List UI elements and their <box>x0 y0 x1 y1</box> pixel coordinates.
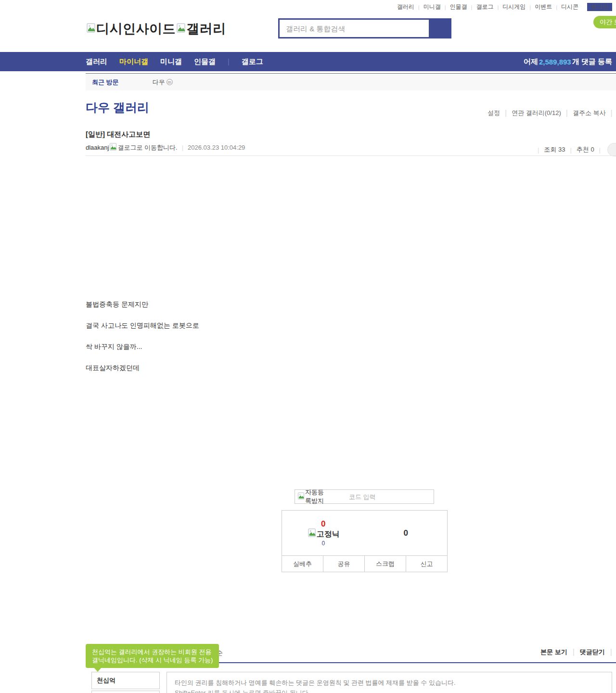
gallery-settings-link[interactable]: 설정 <box>483 109 505 117</box>
comments-header-links: 본문 보기 | 댓글닫기 | <box>535 648 612 656</box>
fixed-nick-count: 0 <box>321 540 325 547</box>
nav-item-gallog[interactable]: 갤로그 <box>242 57 263 66</box>
page-root: 갤러리| 미니갤| 인물갤| 갤로그| 디시게임| 이벤트| 디시콘 로그인 야… <box>0 0 616 693</box>
top-link-event[interactable]: 이벤트 <box>531 3 556 11</box>
nickname-tooltip: 천십억는 갤러리에서 권장하는 비회원 전용 갤닉네임입니다. (삭제 시 닉네… <box>86 644 219 668</box>
post-header-divider <box>86 155 616 156</box>
nav-item-persongal[interactable]: 인물갤 <box>194 57 216 66</box>
post-meta: | 조회 33 | 추천 0 | <box>533 143 616 156</box>
recent-gallery-link[interactable]: 다우 m <box>153 78 173 87</box>
post-paragraph: 싹 바꾸지 않을까... <box>86 343 199 350</box>
top-link-dccon[interactable]: 디시콘 <box>557 3 582 11</box>
post-paragraph: 대표살자하겠던데 <box>86 364 199 372</box>
downvote-count: 0 <box>404 528 408 538</box>
like-count: 추천 0 <box>577 145 594 154</box>
upvote-count: 0 <box>321 519 325 528</box>
divider: | <box>182 144 183 151</box>
divider: | <box>228 58 230 65</box>
post-date: 2026.03.23 10:04:29 <box>188 144 245 151</box>
captcha-box: 자동등록방지 <box>295 489 434 504</box>
comment-password-input[interactable] <box>91 691 160 693</box>
view-count: 조회 33 <box>544 145 565 154</box>
broken-image-icon <box>109 143 117 152</box>
logo-text-gallery: 갤러리 <box>186 20 226 38</box>
comment-guideline-line1: 타인의 권리를 침해하거나 명예를 훼손하는 댓글은 운영원칙 및 관련 법률에… <box>175 678 604 688</box>
recent-visit-label: 최근 방문 <box>92 78 119 87</box>
share-button[interactable]: 공유 <box>323 556 364 572</box>
top-link-dcgame[interactable]: 디시게임 <box>499 3 529 11</box>
search-input[interactable] <box>280 20 429 37</box>
nav-item-minorgal[interactable]: 마이너갤 <box>119 57 148 66</box>
recent-visit-bar: 최근 방문 다우 m <box>86 73 616 90</box>
copy-gallery-url-link[interactable]: 갤주소 복사 <box>568 109 611 117</box>
captcha-image-broken: 자동등록방지 <box>297 488 327 505</box>
top-link-gallog[interactable]: 갤로그 <box>472 3 497 11</box>
post-paragraph: 결국 사고나도 인명피해없는 로봇으로 <box>86 321 199 329</box>
gallery-title[interactable]: 다우 갤러리 <box>86 100 149 116</box>
top-link-gallery[interactable]: 갤러리 <box>393 3 418 11</box>
gallog-link[interactable]: 갤로그로 이동합니다. <box>117 143 177 152</box>
divider: | <box>610 648 612 656</box>
post-author-row: dlaakanj 갤로그로 이동합니다. | 2026.03.23 10:04:… <box>86 143 245 152</box>
recent-gallery-name: 다우 <box>153 78 165 87</box>
nav-item-gallery[interactable]: 갤러리 <box>86 57 107 66</box>
tooltip-line2: 갤닉네임입니다. (삭제 시 닉네임 등록 가능) <box>92 656 213 664</box>
main-nav-items: 갤러리 마이너갤 미니갤 인물갤 | 갤로그 <box>86 52 263 71</box>
nav-item-minigal[interactable]: 미니갤 <box>160 57 182 66</box>
close-comments-link[interactable]: 댓글닫기 <box>575 648 610 656</box>
tooltip-line1: 천십억는 갤러리에서 권장하는 비회원 전용 <box>92 648 213 656</box>
captcha-alt-text: 자동등록방지 <box>305 488 327 505</box>
post-title: [일반] 대전사고보면 <box>86 130 150 139</box>
search-button[interactable] <box>429 20 450 37</box>
post-paragraph: 불법증축등 문제지만 <box>86 300 199 308</box>
downvote-area[interactable]: 0 <box>365 511 448 555</box>
post-body: 불법증축등 문제지만 결국 사고나도 인명피해없는 로봇으로 싹 바꾸지 않을까… <box>86 300 199 385</box>
broken-image-icon <box>308 528 316 540</box>
comment-nickname-input[interactable] <box>91 672 160 689</box>
upvote-area[interactable]: 0 고정닉 0 <box>282 511 365 555</box>
top-link-minigal[interactable]: 미니갤 <box>420 3 445 11</box>
gallery-guide-link[interactable]: 이용안내 <box>613 109 616 117</box>
login-button[interactable]: 로그인 <box>587 3 612 11</box>
logo-text-dcinside: 디시인사이드 <box>96 20 176 38</box>
night-mode-button[interactable]: 야간 모드 <box>593 16 616 28</box>
top-utility-bar: 갤러리| 미니갤| 인물갤| 갤로그| 디시게임| 이벤트| 디시콘 로그인 <box>393 3 612 11</box>
site-logo[interactable]: 디시인사이드 갤러리 <box>86 20 226 38</box>
comment-textarea[interactable]: 타인의 권리를 침해하거나 명예를 훼손하는 댓글은 운영원칙 및 관련 법률에… <box>167 672 612 693</box>
divider: | <box>538 146 539 154</box>
divider: | <box>570 146 571 154</box>
report-button[interactable]: 신고 <box>406 556 447 572</box>
comment-guideline-line2: Shift+Enter 키를 동시에 누르면 줄바꿈이 됩니다. <box>175 688 604 693</box>
post-action-bar: 실베추 공유 스크랩 신고 <box>282 555 448 572</box>
top-link-persongal[interactable]: 인물갤 <box>446 3 471 11</box>
comment-count-pill[interactable] <box>607 143 616 156</box>
yesterday-comment-stat: 어제 2,589,893 개 댓글 등록 <box>524 52 612 71</box>
fixed-nick-label: 고정닉 <box>317 529 340 539</box>
silbechu-button[interactable]: 실베추 <box>282 556 323 572</box>
stat-prefix: 어제 <box>524 57 538 66</box>
stat-count: 2,589,893 <box>539 58 571 66</box>
main-nav: 갤러리 마이너갤 미니갤 인물갤 | 갤로그 어제 2,589,893 개 댓글… <box>0 52 616 71</box>
gallery-links: 설정| 연관 갤러리(0/12)| 갤주소 복사| 이용안내 <box>483 109 616 117</box>
fixed-nick-row: 고정닉 <box>307 528 340 540</box>
vote-box: 0 고정닉 0 0 <box>282 510 448 556</box>
search-box <box>278 18 451 38</box>
broken-image-icon <box>176 23 186 35</box>
post-author[interactable]: dlaakanj <box>86 144 109 151</box>
divider: | <box>599 146 601 154</box>
minor-gallery-badge: m <box>167 79 173 85</box>
captcha-code-input[interactable] <box>327 493 434 500</box>
view-post-link[interactable]: 본문 보기 <box>535 648 573 656</box>
broken-image-icon <box>297 492 305 501</box>
related-galleries-link[interactable]: 연관 갤러리(0/12) <box>507 109 566 117</box>
broken-image-icon <box>86 23 96 35</box>
stat-suffix: 개 댓글 등록 <box>572 57 612 66</box>
scrap-button[interactable]: 스크랩 <box>364 556 406 572</box>
